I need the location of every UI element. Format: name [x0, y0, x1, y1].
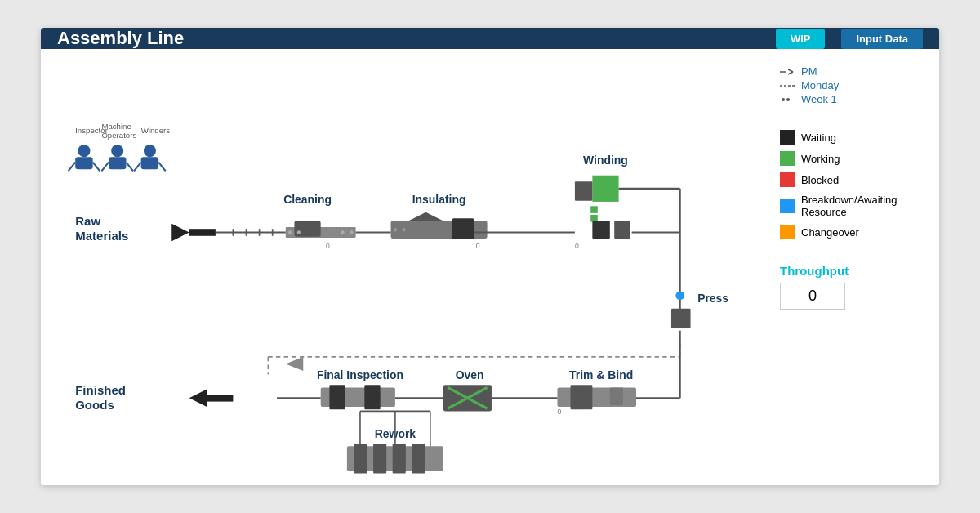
winding-machine2	[592, 221, 609, 239]
svg-line-1	[788, 69, 793, 72]
press-label: Press	[697, 292, 728, 305]
scale0-2: 0	[476, 242, 480, 250]
header: Assembly Line WIP Input Data	[41, 28, 939, 49]
period-label: PM	[801, 65, 817, 78]
winders-icon	[144, 145, 156, 157]
working-box	[780, 151, 795, 166]
machine-op-arm-right	[126, 163, 133, 172]
simulation-area: Inspector Machine Operators Winders	[49, 57, 768, 481]
machine-op-arm-left	[101, 163, 109, 172]
blocked-box	[780, 172, 795, 187]
throughput-value: 0	[780, 283, 845, 310]
oven-label: Oven	[456, 368, 484, 381]
rework-m4	[412, 444, 425, 473]
page-title: Assembly Line	[57, 28, 760, 49]
rework-m3	[393, 444, 406, 473]
machine-op-body	[109, 157, 126, 169]
winding-ind2	[590, 215, 598, 222]
winders-label: Winders	[141, 126, 171, 135]
raw-materials-label2: Materials	[75, 229, 128, 243]
svg-point-4	[782, 98, 785, 101]
insulating-label: Insulating	[412, 193, 466, 206]
cleaning-conv-dot2	[297, 230, 301, 234]
rework-m1	[354, 444, 367, 473]
week-label: Week 1	[801, 93, 837, 105]
ins-dot2	[402, 228, 405, 231]
main-container: Assembly Line WIP Input Data Inspector M…	[41, 28, 939, 485]
machine-op-icon	[111, 145, 123, 157]
ins-dot1	[394, 228, 397, 231]
finished-goods-arrow	[189, 390, 207, 407]
time-row-day: Monday	[780, 79, 839, 91]
time-row-week: Week 1	[780, 93, 837, 105]
winding-machine	[575, 181, 592, 201]
scale0-4: 0	[557, 408, 561, 416]
throughput-title: Throughput	[780, 264, 919, 278]
simulation-svg: Inspector Machine Operators Winders	[49, 57, 768, 481]
raw-materials-arrow	[172, 224, 189, 241]
inspector-arm-left	[69, 163, 76, 172]
svg-line-2	[788, 72, 793, 74]
winding-label: Winding	[583, 154, 628, 167]
time-info: PM Monday Week 1	[780, 65, 919, 105]
finished-goods-label: Finished	[75, 383, 126, 397]
svg-point-5	[786, 98, 790, 101]
dash-icon	[780, 81, 796, 91]
winders-arm-right	[158, 163, 166, 172]
inspector-body	[75, 157, 92, 169]
right-panel: PM Monday Week 1	[768, 57, 931, 481]
press-machine	[671, 309, 691, 328]
finished-goods-arrow-body	[207, 395, 233, 402]
input-data-button[interactable]: Input Data	[841, 29, 923, 49]
breakdown-label: Breakdown/Awaiting Resource	[801, 194, 919, 218]
trim-bind-machine2	[571, 385, 593, 409]
inspector-arm-right	[93, 163, 100, 172]
rework-m2	[373, 444, 386, 473]
final-insp-label: Final Inspection	[317, 368, 403, 381]
waiting-label: Waiting	[801, 132, 836, 144]
wip-button[interactable]: WIP	[776, 29, 826, 49]
throughput-section: Throughput 0	[780, 264, 919, 310]
insulating-end	[452, 218, 474, 239]
legend-blocked: Blocked	[780, 172, 919, 187]
final-insp-m1	[329, 385, 345, 409]
dot-icon	[780, 95, 796, 105]
working-label: Working	[801, 153, 840, 165]
inspector-icon	[78, 145, 90, 157]
legend-section: Waiting Working Blocked Breakdown/Awaiti…	[780, 130, 919, 239]
winding-machine3	[614, 221, 630, 239]
machine-op-label: Machine	[101, 122, 131, 131]
breakdown-box	[780, 199, 795, 213]
time-row-pm: PM	[780, 65, 817, 78]
raw-materials-arrow-body	[189, 229, 216, 236]
waiting-box	[780, 130, 795, 145]
legend-working: Working	[780, 151, 919, 166]
finished-goods-label2: Goods	[75, 398, 114, 412]
final-insp-m2	[364, 385, 380, 409]
return-arrow	[286, 357, 303, 371]
trim-bind-machine	[557, 387, 636, 407]
blocked-label: Blocked	[801, 174, 839, 186]
day-label: Monday	[801, 79, 839, 91]
winding-ind1	[590, 206, 598, 213]
clock-icon	[780, 67, 796, 77]
scale0-1: 0	[326, 242, 330, 250]
cleaning-conv-dot4	[350, 230, 353, 234]
cleaning-machine	[294, 221, 320, 237]
trim-bind-machine3	[610, 387, 623, 404]
winding-status-box	[592, 176, 618, 202]
changeover-label: Changeover	[801, 226, 859, 239]
winders-arm-left	[134, 163, 141, 172]
winders-body	[141, 157, 158, 169]
press-indicator	[675, 291, 684, 300]
machine-op-label2: Operators	[101, 131, 136, 140]
cleaning-conv-dot1	[288, 230, 292, 234]
trim-bind-label: Trim & Bind	[569, 368, 633, 381]
changeover-box	[780, 225, 795, 239]
legend-breakdown: Breakdown/Awaiting Resource	[780, 194, 919, 218]
insulating-top	[408, 212, 443, 221]
scale0-3: 0	[575, 242, 579, 250]
raw-materials-label: Raw	[75, 214, 100, 228]
cleaning-label: Cleaning	[283, 193, 332, 206]
cleaning-conv-dot3	[341, 230, 344, 234]
